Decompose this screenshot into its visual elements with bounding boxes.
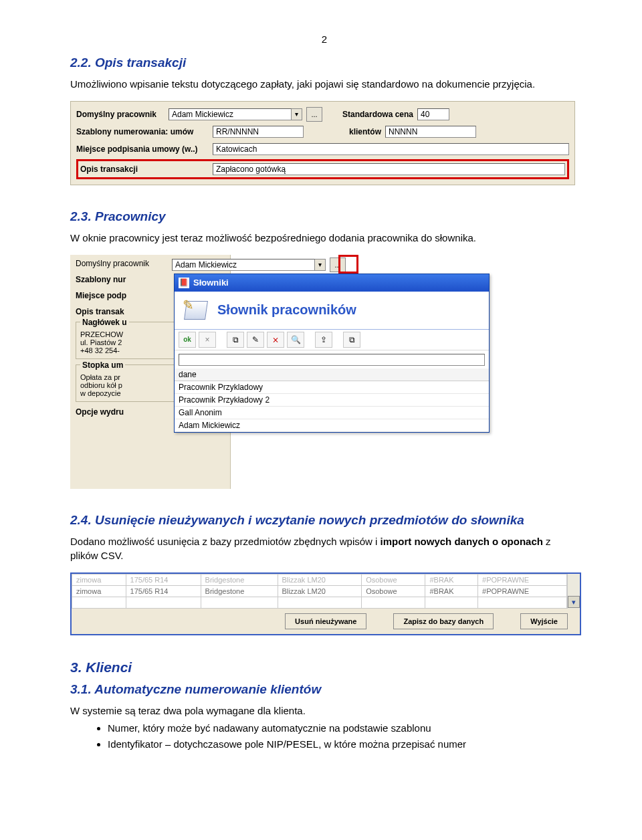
groupbox-header-title: Nagłówek u [80, 318, 129, 327]
new-doc-icon[interactable]: ⧉ [343, 332, 360, 348]
screenshot-employee-dialog: Domyślny pracownik Szablony nur Miejsce … [70, 255, 492, 489]
dialog-search-input[interactable] [179, 354, 485, 366]
ok-button[interactable]: ok [179, 332, 196, 348]
label-signing-place: Miejsce podpisania umowy (w..) [76, 144, 209, 154]
table-row[interactable]: zimowa175/65 R14Bridgestone Blizzak LM20… [72, 574, 567, 586]
label-transaction-desc: Opis transakcji [80, 165, 207, 174]
employee-browse-button[interactable]: ... [306, 107, 322, 122]
label-clients-template: klientów [349, 127, 381, 136]
chevron-down-icon[interactable]: ▾ [315, 259, 326, 271]
dialog-employee-table: dane Pracownik Przykladowy Pracownik Prz… [175, 369, 489, 432]
search-icon[interactable]: 🔍 [287, 332, 304, 348]
dialog-titlebar[interactable]: 📕 Słowniki [174, 274, 490, 292]
heading-2-2: 2.2. Opis transakcji [70, 56, 578, 70]
dialog-window-title: Słowniki [193, 278, 229, 288]
highlight-browse-button [338, 255, 358, 274]
chevron-down-icon[interactable]: ▾ [292, 108, 302, 120]
window-icon: 📕 [179, 278, 189, 288]
heading-2-3: 2.3. Pracownicy [70, 209, 578, 224]
save-to-db-button[interactable]: Zapisz do bazy danych [393, 613, 494, 629]
scroll-down-icon[interactable]: ▾ [568, 596, 580, 608]
table-header-dane[interactable]: dane [175, 369, 489, 381]
list-item: Numer, który może być nadawany automatyc… [108, 721, 578, 736]
transaction-desc-input[interactable] [213, 163, 565, 175]
heading-2-4: 2.4. Usunięcie nieużywanych i wczytanie … [70, 513, 578, 528]
table-row[interactable]: Pracownik Przykladowy [175, 381, 489, 393]
body-2-4: Dodano możliwość usunięcia z bazy przedm… [70, 534, 578, 564]
table-row[interactable]: zimowa175/65 R14Bridgestone Blizzak LM20… [72, 586, 567, 597]
label-default-employee: Domyślny pracownik [76, 110, 165, 119]
heading-3: 3. Klienci [70, 659, 578, 675]
items-grid: zimowa175/65 R14Bridgestone Blizzak LM20… [72, 574, 567, 609]
screenshot-items-grid: zimowa175/65 R14Bridgestone Blizzak LM20… [70, 572, 581, 635]
delete-icon[interactable]: ⨯ [267, 332, 284, 348]
signing-place-input[interactable] [213, 143, 569, 155]
vertical-scrollbar[interactable]: ▾ [567, 574, 580, 609]
table-row[interactable]: Gall Anonim [175, 406, 489, 419]
copy-icon[interactable]: ⧉ [227, 332, 244, 348]
dictionary-icon [183, 297, 209, 324]
delete-unused-button[interactable]: Usuń nieużywane [285, 613, 366, 629]
page-number: 2 [70, 33, 578, 45]
bg-employee-combo[interactable] [172, 259, 315, 271]
label-numbering-templates: Szablony numerowania: umów [76, 127, 209, 136]
dialog-toolbar: ok × ⧉ ✎ ⨯ 🔍 ⇪ ⧉ [175, 330, 489, 350]
table-row[interactable]: Pracownik Przykładowy 2 [175, 393, 489, 406]
heading-3-1: 3.1. Automatyczne numerowanie klientów [70, 682, 578, 697]
label-standard-price: Standardowa cena [342, 110, 413, 119]
contract-template-input[interactable] [213, 126, 304, 138]
list-item: Identyfikator – dotychczasowe pole NIP/P… [108, 737, 578, 752]
body-3-1: W systemie są teraz dwa pola wymagane dl… [70, 704, 578, 718]
dialog-header-title: Słownik pracowników [217, 302, 356, 318]
body-2-3: W oknie pracownicy jest teraz możliwość … [70, 231, 578, 245]
body-2-2: Umożliwiono wpisanie tekstu dotyczącego … [70, 77, 578, 92]
table-row[interactable]: Adam Mickiewicz [175, 419, 489, 431]
clients-template-input[interactable] [385, 126, 476, 138]
groupbox-footer-title: Stopka um [80, 360, 125, 370]
close-icon[interactable]: × [199, 332, 216, 348]
default-employee-combo[interactable] [169, 108, 292, 120]
dialog-slowniki: 📕 Słowniki Słownik pracowników ok × ⧉ ✎ [174, 274, 490, 433]
screenshot-form-settings: Domyślny pracownik ▾ ... Standardowa cen… [70, 101, 575, 185]
export-icon[interactable]: ⇪ [315, 332, 332, 348]
highlight-opis-transakcji: Opis transakcji [76, 159, 569, 179]
exit-button[interactable]: Wyjście [520, 613, 568, 629]
bullet-list-3-1: Numer, który może być nadawany automatyc… [70, 721, 578, 752]
standard-price-input[interactable] [417, 108, 449, 120]
table-row[interactable] [72, 597, 567, 609]
bg-label-default-employee: Domyślny pracownik [76, 259, 149, 268]
edit-icon[interactable]: ✎ [247, 332, 264, 348]
